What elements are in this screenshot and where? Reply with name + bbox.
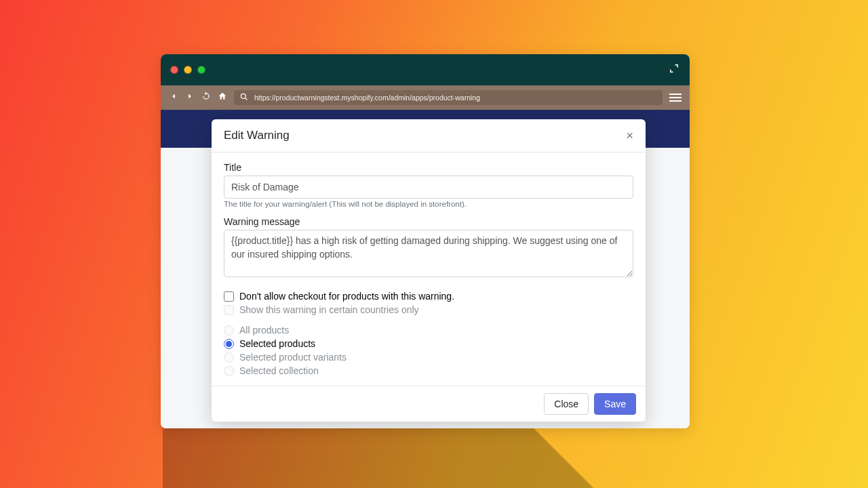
reload-icon[interactable]	[201, 92, 211, 104]
countries-checkbox-row[interactable]: Show this warning in certain countries o…	[224, 304, 633, 315]
close-button[interactable]: Close	[544, 393, 589, 415]
maximize-window-icon[interactable]	[197, 66, 205, 74]
block-checkout-checkbox[interactable]	[224, 291, 234, 302]
fullscreen-icon[interactable]	[668, 62, 680, 77]
modal-header: Edit Warning ×	[212, 119, 646, 152]
close-window-icon[interactable]	[170, 66, 178, 74]
modal-title: Edit Warning	[224, 129, 290, 142]
scope-all-products-radio[interactable]	[224, 325, 234, 336]
scope-selected-products-label: Selected products	[239, 338, 315, 349]
message-label: Warning message	[224, 216, 633, 227]
modal-footer: Close Save	[212, 386, 646, 422]
scope-collection-row[interactable]: Selected collection	[224, 365, 633, 376]
back-icon[interactable]	[169, 92, 178, 104]
browser-window: https://productwarningstest.myshopify.co…	[161, 54, 690, 428]
minimize-window-icon[interactable]	[184, 66, 192, 74]
forward-icon[interactable]	[185, 92, 195, 104]
scope-variants-radio[interactable]	[224, 352, 234, 363]
browser-toolbar: https://productwarningstest.myshopify.co…	[161, 85, 690, 110]
close-icon[interactable]: ×	[626, 129, 633, 142]
scope-all-products-label: All products	[239, 325, 289, 336]
url-text: https://productwarningstest.myshopify.co…	[254, 94, 480, 102]
title-label: Title	[224, 162, 633, 173]
block-checkout-checkbox-row[interactable]: Don't allow checkout for products with t…	[224, 291, 633, 302]
scope-all-products-row[interactable]: All products	[224, 325, 633, 336]
edit-warning-modal: Edit Warning × Title The title for your …	[212, 119, 646, 422]
window-titlebar	[161, 54, 690, 85]
search-icon	[239, 92, 249, 103]
menu-icon[interactable]	[669, 94, 682, 102]
title-input[interactable]	[224, 176, 633, 199]
title-help-text: The title for your warning/alert (This w…	[224, 200, 633, 208]
scope-variants-label: Selected product variants	[239, 352, 347, 363]
svg-point-0	[241, 94, 245, 98]
url-bar[interactable]: https://productwarningstest.myshopify.co…	[234, 90, 663, 105]
scope-selected-products-radio[interactable]	[224, 339, 234, 349]
block-checkout-label: Don't allow checkout for products with t…	[239, 291, 454, 302]
scope-selected-products-row[interactable]: Selected products	[224, 338, 633, 349]
countries-checkbox[interactable]	[224, 305, 234, 315]
countries-label: Show this warning in certain countries o…	[239, 304, 419, 315]
save-button[interactable]: Save	[594, 393, 636, 415]
scope-variants-row[interactable]: Selected product variants	[224, 352, 633, 363]
scope-collection-label: Selected collection	[239, 365, 319, 376]
home-icon[interactable]	[218, 92, 227, 104]
message-textarea[interactable]: {{product.title}} has a high risk of get…	[224, 230, 633, 277]
svg-line-1	[245, 98, 248, 100]
scope-collection-radio[interactable]	[224, 366, 234, 376]
window-controls	[170, 66, 205, 74]
